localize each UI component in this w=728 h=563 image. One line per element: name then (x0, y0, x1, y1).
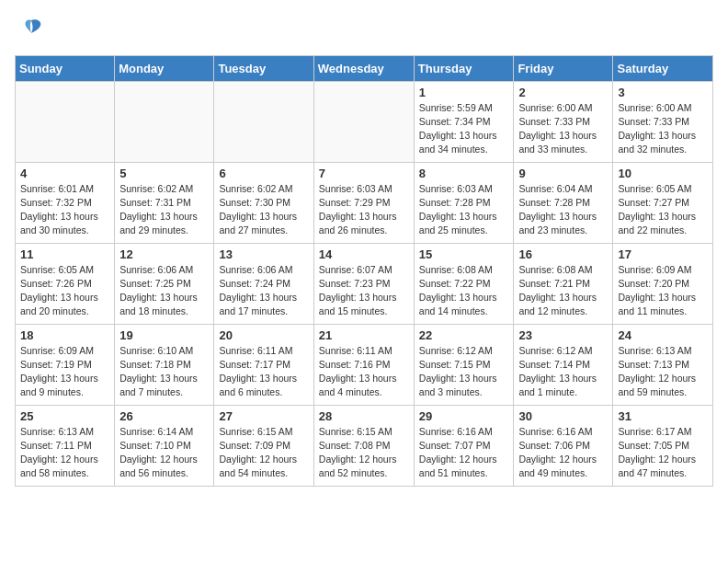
calendar-cell: 17Sunrise: 6:09 AM Sunset: 7:20 PM Dayli… (613, 243, 713, 324)
calendar-cell (214, 81, 313, 162)
calendar-cell: 2Sunrise: 6:00 AM Sunset: 7:33 PM Daylig… (514, 81, 613, 162)
calendar-cell: 30Sunrise: 6:16 AM Sunset: 7:06 PM Dayli… (514, 405, 613, 486)
logo (15, 15, 44, 44)
week-row-4: 18Sunrise: 6:09 AM Sunset: 7:19 PM Dayli… (16, 324, 713, 405)
day-info: Sunrise: 6:06 AM Sunset: 7:24 PM Dayligh… (219, 263, 308, 319)
day-info: Sunrise: 6:08 AM Sunset: 7:22 PM Dayligh… (419, 263, 509, 319)
day-info: Sunrise: 5:59 AM Sunset: 7:34 PM Dayligh… (419, 101, 509, 157)
day-number: 23 (518, 328, 608, 342)
day-info: Sunrise: 6:10 AM Sunset: 7:18 PM Dayligh… (119, 344, 209, 400)
day-number: 30 (518, 409, 608, 423)
day-info: Sunrise: 6:16 AM Sunset: 7:06 PM Dayligh… (518, 425, 608, 481)
day-number: 20 (219, 328, 308, 342)
calendar-body: 1Sunrise: 5:59 AM Sunset: 7:34 PM Daylig… (16, 81, 713, 486)
day-info: Sunrise: 6:01 AM Sunset: 7:32 PM Dayligh… (20, 182, 109, 238)
calendar-cell: 19Sunrise: 6:10 AM Sunset: 7:18 PM Dayli… (115, 324, 214, 405)
day-number: 31 (618, 409, 708, 423)
calendar-cell: 7Sunrise: 6:03 AM Sunset: 7:29 PM Daylig… (313, 162, 414, 243)
day-number: 27 (219, 409, 308, 423)
day-number: 21 (319, 328, 409, 342)
day-number: 22 (419, 328, 509, 342)
day-number: 7 (319, 167, 409, 180)
column-header-wednesday: Wednesday (313, 55, 414, 81)
day-info: Sunrise: 6:09 AM Sunset: 7:19 PM Dayligh… (20, 344, 109, 400)
day-info: Sunrise: 6:05 AM Sunset: 7:26 PM Dayligh… (20, 263, 109, 319)
day-number: 15 (419, 247, 509, 261)
column-header-friday: Friday (514, 55, 613, 81)
day-info: Sunrise: 6:15 AM Sunset: 7:08 PM Dayligh… (319, 425, 409, 481)
calendar-cell: 15Sunrise: 6:08 AM Sunset: 7:22 PM Dayli… (414, 243, 514, 324)
calendar-cell: 6Sunrise: 6:02 AM Sunset: 7:30 PM Daylig… (214, 162, 313, 243)
day-info: Sunrise: 6:13 AM Sunset: 7:13 PM Dayligh… (618, 344, 708, 400)
day-info: Sunrise: 6:00 AM Sunset: 7:33 PM Dayligh… (518, 101, 608, 157)
calendar-cell: 22Sunrise: 6:12 AM Sunset: 7:15 PM Dayli… (414, 324, 514, 405)
day-number: 10 (618, 167, 708, 180)
day-number: 28 (319, 409, 409, 423)
day-number: 26 (119, 409, 209, 423)
day-info: Sunrise: 6:11 AM Sunset: 7:17 PM Dayligh… (219, 344, 308, 400)
week-row-1: 1Sunrise: 5:59 AM Sunset: 7:34 PM Daylig… (16, 81, 713, 162)
calendar-cell: 29Sunrise: 6:16 AM Sunset: 7:07 PM Dayli… (414, 405, 514, 486)
calendar-cell: 31Sunrise: 6:17 AM Sunset: 7:05 PM Dayli… (613, 405, 713, 486)
day-info: Sunrise: 6:14 AM Sunset: 7:10 PM Dayligh… (119, 425, 209, 481)
calendar-cell: 14Sunrise: 6:07 AM Sunset: 7:23 PM Dayli… (313, 243, 414, 324)
header (15, 15, 713, 44)
week-row-2: 4Sunrise: 6:01 AM Sunset: 7:32 PM Daylig… (16, 162, 713, 243)
day-info: Sunrise: 6:08 AM Sunset: 7:21 PM Dayligh… (518, 263, 608, 319)
day-number: 14 (319, 247, 409, 261)
column-header-sunday: Sunday (16, 55, 115, 81)
calendar-cell: 23Sunrise: 6:12 AM Sunset: 7:14 PM Dayli… (514, 324, 613, 405)
week-row-5: 25Sunrise: 6:13 AM Sunset: 7:11 PM Dayli… (16, 405, 713, 486)
calendar-cell: 25Sunrise: 6:13 AM Sunset: 7:11 PM Dayli… (16, 405, 115, 486)
day-number: 9 (518, 167, 608, 180)
calendar-cell (16, 81, 115, 162)
day-info: Sunrise: 6:09 AM Sunset: 7:20 PM Dayligh… (618, 263, 708, 319)
day-info: Sunrise: 6:12 AM Sunset: 7:15 PM Dayligh… (419, 344, 509, 400)
day-number: 16 (518, 247, 608, 261)
day-info: Sunrise: 6:17 AM Sunset: 7:05 PM Dayligh… (618, 425, 708, 481)
day-info: Sunrise: 6:06 AM Sunset: 7:25 PM Dayligh… (119, 263, 209, 319)
day-info: Sunrise: 6:02 AM Sunset: 7:30 PM Dayligh… (219, 182, 308, 238)
day-info: Sunrise: 6:15 AM Sunset: 7:09 PM Dayligh… (219, 425, 308, 481)
calendar-cell: 20Sunrise: 6:11 AM Sunset: 7:17 PM Dayli… (214, 324, 313, 405)
calendar-cell: 9Sunrise: 6:04 AM Sunset: 7:28 PM Daylig… (514, 162, 613, 243)
calendar-cell: 16Sunrise: 6:08 AM Sunset: 7:21 PM Dayli… (514, 243, 613, 324)
calendar-table: SundayMondayTuesdayWednesdayThursdayFrid… (15, 55, 713, 487)
calendar-cell: 18Sunrise: 6:09 AM Sunset: 7:19 PM Dayli… (16, 324, 115, 405)
calendar-cell: 11Sunrise: 6:05 AM Sunset: 7:26 PM Dayli… (16, 243, 115, 324)
calendar-cell: 5Sunrise: 6:02 AM Sunset: 7:31 PM Daylig… (115, 162, 214, 243)
calendar-cell: 12Sunrise: 6:06 AM Sunset: 7:25 PM Dayli… (115, 243, 214, 324)
calendar-cell (115, 81, 214, 162)
day-info: Sunrise: 6:13 AM Sunset: 7:11 PM Dayligh… (20, 425, 109, 481)
day-number: 2 (518, 86, 608, 99)
logo-bird-icon (18, 15, 44, 44)
day-info: Sunrise: 6:03 AM Sunset: 7:28 PM Dayligh… (419, 182, 509, 238)
day-info: Sunrise: 6:16 AM Sunset: 7:07 PM Dayligh… (419, 425, 509, 481)
calendar-cell: 24Sunrise: 6:13 AM Sunset: 7:13 PM Dayli… (613, 324, 713, 405)
day-info: Sunrise: 6:12 AM Sunset: 7:14 PM Dayligh… (518, 344, 608, 400)
day-number: 19 (119, 328, 209, 342)
week-row-3: 11Sunrise: 6:05 AM Sunset: 7:26 PM Dayli… (16, 243, 713, 324)
calendar-cell: 8Sunrise: 6:03 AM Sunset: 7:28 PM Daylig… (414, 162, 514, 243)
day-number: 8 (419, 167, 509, 180)
day-info: Sunrise: 6:00 AM Sunset: 7:33 PM Dayligh… (618, 101, 708, 157)
day-number: 25 (20, 409, 109, 423)
calendar-cell: 4Sunrise: 6:01 AM Sunset: 7:32 PM Daylig… (16, 162, 115, 243)
day-info: Sunrise: 6:07 AM Sunset: 7:23 PM Dayligh… (319, 263, 409, 319)
calendar-cell (313, 81, 414, 162)
calendar-cell: 3Sunrise: 6:00 AM Sunset: 7:33 PM Daylig… (613, 81, 713, 162)
day-info: Sunrise: 6:11 AM Sunset: 7:16 PM Dayligh… (319, 344, 409, 400)
column-header-saturday: Saturday (613, 55, 713, 81)
day-number: 11 (20, 247, 109, 261)
calendar-cell: 21Sunrise: 6:11 AM Sunset: 7:16 PM Dayli… (313, 324, 414, 405)
calendar-cell: 10Sunrise: 6:05 AM Sunset: 7:27 PM Dayli… (613, 162, 713, 243)
day-number: 3 (618, 86, 708, 99)
column-header-tuesday: Tuesday (214, 55, 313, 81)
day-number: 12 (119, 247, 209, 261)
calendar-header-row: SundayMondayTuesdayWednesdayThursdayFrid… (16, 55, 713, 81)
calendar-cell: 27Sunrise: 6:15 AM Sunset: 7:09 PM Dayli… (214, 405, 313, 486)
calendar-cell: 13Sunrise: 6:06 AM Sunset: 7:24 PM Dayli… (214, 243, 313, 324)
day-number: 29 (419, 409, 509, 423)
day-number: 13 (219, 247, 308, 261)
calendar-cell: 26Sunrise: 6:14 AM Sunset: 7:10 PM Dayli… (115, 405, 214, 486)
